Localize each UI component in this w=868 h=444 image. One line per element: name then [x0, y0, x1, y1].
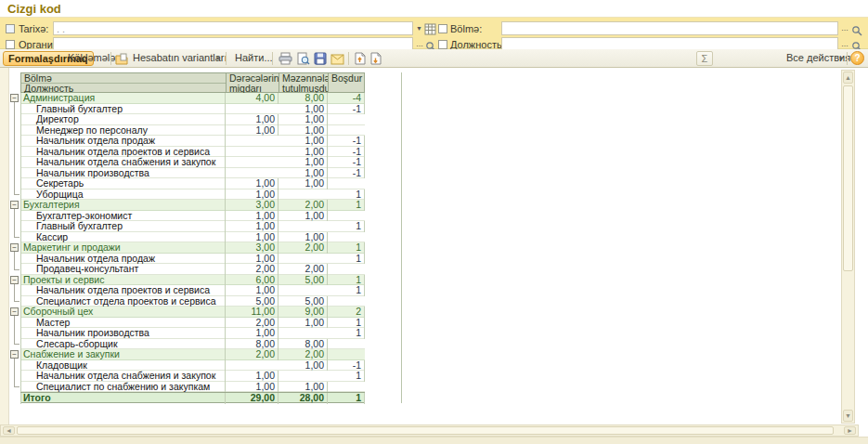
table-row[interactable]: Снабжение и закупки2,002,00 — [20, 349, 365, 360]
row-busy: 1,00 — [279, 360, 328, 372]
table-row[interactable]: Проекты и сервис6,005,001 — [20, 275, 365, 286]
table-row[interactable]: Бухгалтерия3,002,001 — [20, 200, 365, 211]
collapse-group-icon[interactable]: − — [10, 201, 19, 209]
horizontal-scroll-thumb[interactable] — [17, 426, 834, 435]
row-vacant: 1 — [328, 393, 365, 404]
find-button[interactable]: Найти... — [230, 51, 278, 66]
column-header-busy[interactable]: Məzənnələr tutulmuşdur — [279, 72, 328, 93]
scroll-down-icon[interactable]: ▼ — [843, 410, 853, 422]
row-busy: 2,00 — [279, 200, 328, 211]
report-variants-arrow-icon[interactable]: ▾ — [215, 51, 221, 66]
row-qty: 1,00 — [226, 125, 279, 137]
row-busy: 1,00 — [279, 178, 328, 189]
table-row[interactable]: Маркетинг и продажи3,002,001 — [20, 242, 365, 254]
toolbar-separator — [847, 52, 848, 65]
horizontal-scrollbar[interactable]: ◄ ► — [0, 424, 859, 437]
column-header-vacant[interactable]: Boşdur — [328, 72, 365, 93]
collapse-group-icon[interactable]: − — [10, 243, 19, 252]
row-qty: 2,00 — [226, 349, 279, 360]
date-filter-checkbox[interactable] — [6, 24, 15, 33]
mail-icon[interactable] — [330, 52, 344, 65]
total-row[interactable]: Итого29,0028,001 — [20, 392, 365, 403]
department-filter-checkbox[interactable] — [438, 24, 447, 33]
toolbar: Formalaşdırmaq Kökləmələr... Hesabatın v… — [0, 49, 868, 68]
row-vacant: 1 — [328, 285, 365, 296]
row-name: Менеджер по персоналу — [20, 125, 226, 137]
department-more-button[interactable]: ... — [839, 22, 850, 34]
title-bar: Cizgi kod — [0, 0, 868, 17]
vertical-scrollbar[interactable]: ▲ ▼ — [841, 70, 855, 424]
table-row[interactable]: Начальник отдела продаж1,00-1 — [20, 136, 365, 147]
export-document-icon[interactable] — [354, 52, 368, 65]
group-bracket-line — [14, 316, 15, 344]
scroll-up-icon[interactable]: ▲ — [843, 72, 853, 84]
header-busy-line1: Məzənnələr — [279, 73, 328, 84]
column-header-department[interactable]: Bölmə Должность — [20, 72, 226, 93]
table-row[interactable]: Начальник отдела снабжения и закупок1,00… — [20, 157, 365, 168]
department-input[interactable] — [501, 21, 838, 35]
all-actions-arrow-icon[interactable]: ▾ — [838, 51, 844, 66]
report-variants-button[interactable]: Hesabatın variantları — [128, 51, 229, 66]
row-name: Администрация — [20, 93, 226, 104]
toolbar-separator — [110, 52, 111, 65]
report-variants-folder-icon[interactable] — [115, 52, 129, 65]
row-name: Специалист по снабжению и закупкам — [20, 382, 226, 393]
table-row[interactable]: Администрация4,008,00-4 — [20, 93, 365, 104]
row-name: Маркетинг и продажи — [20, 242, 226, 254]
row-name: Начальник производства — [20, 168, 226, 179]
collapse-group-icon[interactable]: − — [10, 307, 19, 316]
table-row[interactable]: Директор1,001,00 — [20, 114, 365, 125]
collapse-group-icon[interactable]: − — [10, 276, 19, 284]
table-row[interactable]: Начальник отдела снабжения и закупок1,00… — [20, 371, 365, 382]
position-filter-checkbox[interactable] — [438, 40, 447, 49]
print-preview-icon[interactable] — [296, 52, 310, 65]
row-qty: 2,00 — [226, 264, 279, 275]
row-name: Начальник отдела продаж — [20, 136, 226, 147]
table-row[interactable]: Продавец-консультант2,002,00 — [20, 264, 365, 275]
table-row[interactable]: Специалист по снабжению и закупкам1,001,… — [20, 382, 365, 393]
row-name: Сборочный цех — [20, 307, 226, 318]
print-icon[interactable] — [279, 52, 292, 65]
table-row[interactable]: Мастер2,001,001 — [20, 318, 365, 329]
vertical-scroll-thumb[interactable] — [843, 85, 853, 271]
row-qty: 1,00 — [226, 382, 279, 393]
row-busy: 1,00 — [279, 318, 328, 329]
row-name: Начальник отдела проектов и сервиса — [20, 147, 226, 158]
table-row[interactable]: Кладовщик1,00-1 — [20, 360, 365, 372]
department-search-icon[interactable] — [851, 23, 865, 36]
help-icon[interactable]: ? — [850, 51, 864, 65]
scroll-left-icon[interactable]: ◄ — [3, 426, 15, 435]
date-dropdown-icon[interactable]: ▼ — [414, 22, 424, 34]
table-row[interactable]: Секретарь1,001,00 — [20, 178, 365, 189]
report-window: Cizgi kod Tarixə: . . ▼ Организация: ... — [0, 0, 868, 444]
row-vacant: -1 — [328, 136, 365, 147]
organization-filter-checkbox[interactable] — [6, 40, 15, 49]
date-input[interactable]: . . — [53, 21, 413, 35]
toolbar-separator — [272, 52, 273, 65]
table-row[interactable]: Сборочный цех11,009,002 — [20, 307, 365, 318]
table-row[interactable]: Бухгалтер-экономист1,001,00 — [20, 211, 365, 222]
column-header-qty[interactable]: Dərəcələrin miqdarı — [226, 72, 279, 93]
scroll-right-icon[interactable]: ► — [844, 426, 856, 435]
all-actions-button[interactable]: Все действия — [782, 51, 855, 66]
sum-button[interactable]: Σ — [696, 51, 713, 66]
collapse-group-icon[interactable]: − — [10, 94, 19, 102]
grouping-gutter: −−−−−− — [9, 72, 20, 403]
save-icon[interactable] — [314, 52, 328, 65]
row-vacant: -1 — [328, 157, 365, 168]
row-name: Мастер — [20, 318, 226, 329]
row-vacant: -4 — [328, 93, 365, 104]
group-bracket-line — [14, 359, 15, 386]
row-qty: 1,00 — [226, 178, 279, 189]
filter-row-date: Tarixə: . . ▼ — [0, 22, 434, 36]
collapse-group-icon[interactable]: − — [10, 350, 19, 359]
row-qty: 1,00 — [226, 114, 279, 125]
row-busy: 2,00 — [279, 242, 328, 254]
row-busy: 2,00 — [279, 264, 328, 275]
import-document-icon[interactable] — [369, 52, 383, 65]
row-vacant: 1 — [328, 254, 365, 265]
table-row[interactable]: Начальник производства1,001 — [20, 328, 365, 339]
table-row[interactable]: Главный бухгалтер1,001 — [20, 221, 365, 232]
row-busy: 1,00 — [279, 382, 328, 393]
table-row[interactable]: Начальник отдела проектов и сервиса1,001 — [20, 285, 365, 296]
